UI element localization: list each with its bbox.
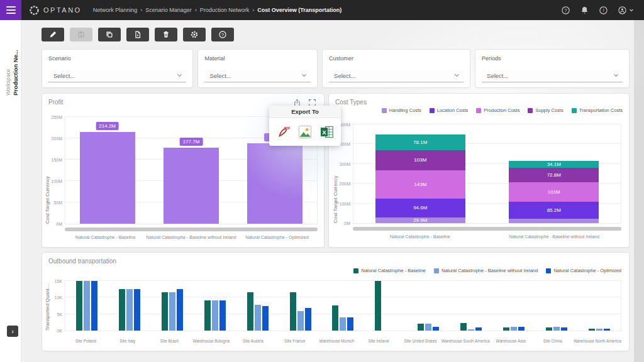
material-select[interactable]: Select...: [204, 69, 311, 82]
grouped-bar[interactable]: [247, 292, 253, 331]
help-icon[interactable]: ?: [561, 6, 570, 15]
grouped-bar[interactable]: [212, 300, 218, 331]
hamburger-menu-button[interactable]: [0, 0, 21, 20]
edit-button[interactable]: [42, 28, 64, 41]
grouped-bar[interactable]: [589, 329, 595, 331]
x-axis-label: Warehouse Asia: [490, 339, 532, 345]
chart-scrollbar[interactable]: [353, 227, 621, 231]
grouped-bar[interactable]: [460, 323, 467, 331]
grouped-bar[interactable]: [290, 292, 296, 331]
chevron-down-icon: [614, 72, 618, 77]
grouped-bar[interactable]: [503, 327, 509, 331]
legend-item[interactable]: Handling Costs: [382, 107, 421, 113]
chevron-down-icon: [177, 72, 182, 77]
y-axis-tick: 250M: [51, 115, 62, 119]
workspace-label: Workspace: [5, 69, 11, 96]
bar-group: [364, 281, 407, 331]
grouped-bar[interactable]: [162, 292, 168, 331]
y-axis-tick: 200M: [51, 136, 62, 141]
filter-label: Material: [204, 55, 311, 62]
grouped-bar[interactable]: [425, 324, 431, 331]
legend-swatch: [476, 108, 481, 113]
grouped-bar[interactable]: [511, 327, 517, 331]
delete-button[interactable]: [155, 28, 177, 41]
document-button[interactable]: [126, 28, 149, 41]
export-image-button[interactable]: [296, 123, 314, 141]
grouped-bar[interactable]: [433, 327, 439, 331]
legend-item[interactable]: Natural Catastrophe - Baseline: [353, 268, 426, 273]
stacked-bar[interactable]: 85.2M101M72.8M34.1M: [509, 124, 599, 223]
select-value: Select...: [487, 72, 508, 79]
grouped-bar[interactable]: [305, 308, 311, 331]
select-value: Select...: [209, 72, 231, 79]
legend-item[interactable]: Natural Catastrophe - Baseline without I…: [434, 268, 538, 273]
grouped-bar[interactable]: [553, 327, 560, 331]
breadcrumb-separator: ›: [140, 7, 142, 13]
grouped-bar[interactable]: [518, 327, 525, 331]
save-button: [70, 28, 92, 41]
grouped-bar[interactable]: [604, 329, 610, 331]
profit-bar[interactable]: [80, 132, 135, 224]
grouped-bar[interactable]: [134, 289, 140, 331]
y-axis-tick: 0M: [344, 221, 350, 226]
settings-button[interactable]: [183, 28, 206, 41]
filter-scenario: Scenario Select...: [42, 49, 193, 88]
grouped-bar[interactable]: [468, 329, 474, 331]
x-axis-labels: Natural Catastrophe - BaselineNatural Ca…: [353, 234, 621, 241]
svg-text:PDF: PDF: [284, 126, 290, 130]
periods-select[interactable]: Select...: [482, 69, 623, 82]
legend-item[interactable]: Natural Catastrophe - Optimized: [546, 268, 621, 273]
y-axis-tick: 300M: [340, 162, 351, 166]
profit-bar[interactable]: [247, 143, 303, 224]
x-axis-label: Natural Catastrophe - Baseline: [65, 235, 146, 242]
grouped-bar[interactable]: [177, 289, 183, 331]
grouped-bar[interactable]: [475, 327, 482, 331]
sidebar-expand-button[interactable]: ›: [7, 326, 18, 337]
alerts-icon[interactable]: !: [599, 6, 608, 15]
notifications-bell-icon[interactable]: [580, 6, 589, 15]
logo-text: OPTANO: [43, 6, 82, 14]
help-button[interactable]: ?: [211, 28, 234, 41]
grouped-bar[interactable]: [347, 317, 353, 331]
grouped-bar[interactable]: [262, 306, 269, 331]
page-scrollbar-gutter[interactable]: [634, 20, 644, 362]
legend-item[interactable]: Production Costs: [476, 107, 519, 113]
grouped-bar[interactable]: [169, 292, 175, 331]
grouped-bar[interactable]: [126, 289, 133, 331]
account-icon[interactable]: [618, 6, 634, 15]
legend-item[interactable]: Supply Costs: [528, 107, 563, 113]
export-popup-title: Export To: [269, 106, 341, 118]
grouped-bar[interactable]: [375, 281, 381, 331]
grouped-bar[interactable]: [119, 289, 125, 331]
y-axis-tick: 400M: [340, 142, 351, 146]
legend-item[interactable]: Transportation Costs: [572, 107, 623, 113]
chart-scrollbar[interactable]: [65, 228, 318, 231]
grouped-bar[interactable]: [561, 327, 567, 331]
grouped-bar[interactable]: [219, 300, 226, 331]
grouped-bar[interactable]: [76, 281, 82, 331]
export-pdf-button[interactable]: PDF: [274, 123, 292, 141]
x-axis-labels: Natural Catastrophe - BaselineNatural Ca…: [65, 235, 318, 242]
breadcrumb-separator: ›: [195, 7, 197, 13]
profit-bar[interactable]: [164, 148, 219, 224]
grouped-bar[interactable]: [255, 305, 261, 331]
breadcrumb-item[interactable]: Production Network: [200, 7, 250, 13]
grouped-bar[interactable]: [91, 281, 97, 331]
grouped-bar[interactable]: [418, 324, 424, 331]
breadcrumb-item[interactable]: Scenario Manager: [145, 7, 192, 13]
breadcrumb-item[interactable]: Network Planning: [93, 7, 138, 13]
grouped-bar[interactable]: [84, 281, 90, 331]
grouped-bar[interactable]: [546, 327, 552, 331]
grouped-bar[interactable]: [204, 300, 211, 331]
export-excel-button[interactable]: X: [318, 123, 336, 141]
legend-item[interactable]: Location Costs: [430, 107, 469, 113]
grouped-bar[interactable]: [596, 329, 602, 331]
scenario-select[interactable]: Select...: [48, 69, 186, 82]
stacked-segment: 101M: [509, 182, 599, 202]
grouped-bar[interactable]: [340, 317, 346, 331]
grouped-bar[interactable]: [297, 311, 304, 331]
stacked-bar[interactable]: 29.9M94.6M143M103M78.1M: [375, 124, 465, 223]
grouped-bar[interactable]: [332, 305, 338, 331]
copy-button[interactable]: [98, 28, 121, 41]
customer-select[interactable]: Select...: [329, 69, 464, 82]
